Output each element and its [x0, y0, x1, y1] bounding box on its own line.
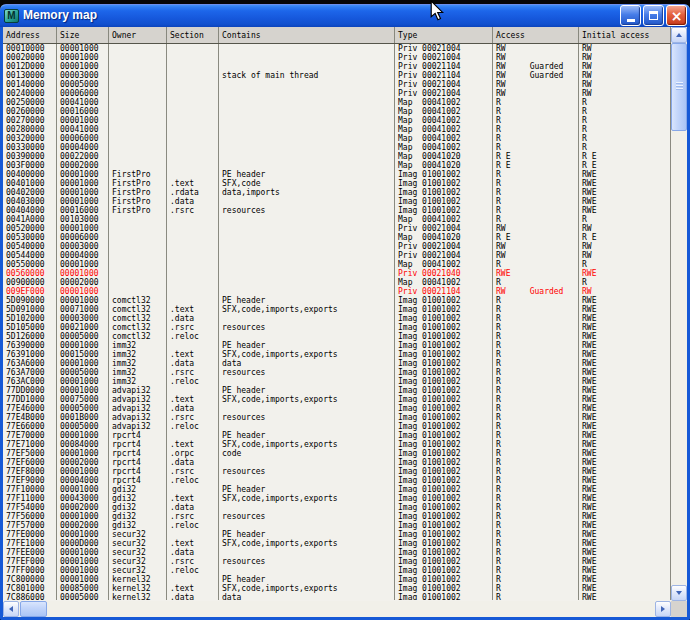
- table-row[interactable]: 0055000000001000Map 00041002RR: [3, 260, 671, 269]
- table-row[interactable]: 0053000000006000Map 00041020R ER E: [3, 233, 671, 242]
- table-row[interactable]: 77E7100000084000rpcrt4.textSFX,code,impo…: [3, 440, 671, 449]
- cell-contains: data: [219, 593, 395, 600]
- table-row[interactable]: 763AC00000001000imm32.relocImag 01001002…: [3, 377, 671, 386]
- table-row[interactable]: 77F1100000043000gdi32.textSFX,code,impor…: [3, 494, 671, 503]
- table-row[interactable]: 77EF600000002000rpcrt4.dataImag 01001002…: [3, 458, 671, 467]
- table-row[interactable]: 77F5600000001000gdi32.rsrcresourcesImag …: [3, 512, 671, 521]
- table-row[interactable]: 5D09000000001000comctl32PE headerImag 01…: [3, 296, 671, 305]
- close-button[interactable]: ×: [666, 5, 687, 26]
- table-row[interactable]: 7639000000001000imm32PE headerImag 01001…: [3, 341, 671, 350]
- table-row[interactable]: 77E7000000001000rpcrt4PE headerImag 0100…: [3, 431, 671, 440]
- horizontal-scrollbar[interactable]: [3, 601, 671, 617]
- table-row[interactable]: 0040400000016000FirstPro.rsrcresourcesIm…: [3, 206, 671, 215]
- table-row[interactable]: 77DD100000075000advapi32.textSFX,code,im…: [3, 395, 671, 404]
- cell-type: Imag 01001002: [395, 593, 493, 600]
- cell-section: [167, 260, 219, 269]
- table-row[interactable]: 0054000000003000Priv 00021004RWRW: [3, 242, 671, 251]
- table-row[interactable]: 77F5700000002000gdi32.relocImag 01001002…: [3, 521, 671, 530]
- column-header-owner[interactable]: Owner: [109, 27, 167, 43]
- table-row[interactable]: 77E6600000005000advapi32.relocImag 01001…: [3, 422, 671, 431]
- table-row[interactable]: 77FF000000001000secur32.relocImag 010010…: [3, 566, 671, 575]
- cell-type: Priv 00021040: [395, 269, 493, 278]
- cell-contains: [219, 548, 395, 557]
- table-row[interactable]: 7639100000015000imm32.textSFX,code,impor…: [3, 350, 671, 359]
- table-row[interactable]: 77F1000000001000gdi32PE headerImag 01001…: [3, 485, 671, 494]
- table-row[interactable]: 0032000000006000Map 00041002RR: [3, 134, 671, 143]
- vertical-scroll-track[interactable]: [671, 43, 687, 585]
- table-row[interactable]: 009EF00000001000Priv 00021104RW GuardedR…: [3, 287, 671, 296]
- table-row[interactable]: 77E4600000005000advapi32.dataImag 010010…: [3, 404, 671, 413]
- table-row[interactable]: 0001000000001000Priv 00021004RWRW: [3, 44, 671, 53]
- table-row[interactable]: 0040100000001000FirstPro.textSFX,codeIma…: [3, 179, 671, 188]
- table-row[interactable]: 77FEE00000001000secur32.dataImag 0100100…: [3, 548, 671, 557]
- column-header-address[interactable]: Address: [3, 27, 57, 43]
- column-header-type[interactable]: Type: [395, 27, 493, 43]
- table-row[interactable]: 0027000000001000Map 00041002RR: [3, 116, 671, 125]
- table-row[interactable]: 0054400000004000Priv 00021004RWRW: [3, 251, 671, 260]
- horizontal-scroll-track[interactable]: [19, 601, 655, 617]
- table-row[interactable]: 0012D00000001000Priv 00021104RW GuardedR…: [3, 62, 671, 71]
- column-header-initial[interactable]: Initial access: [579, 27, 671, 43]
- scroll-left-button[interactable]: [3, 601, 19, 617]
- cell-access: R E: [493, 161, 579, 170]
- table-row[interactable]: 7C80100000085000kernel32.textSFX,code,im…: [3, 584, 671, 593]
- column-header-size[interactable]: Size: [57, 27, 109, 43]
- table-row[interactable]: 77FE10000000D000secur32.textSFX,code,imp…: [3, 539, 671, 548]
- table-row[interactable]: 0014000000005000Priv 00021004RWRW: [3, 80, 671, 89]
- table-row[interactable]: 763A700000005000imm32.rsrcresourcesImag …: [3, 368, 671, 377]
- table-row[interactable]: 77F5400000002000gdi32.dataImag 01001002R…: [3, 503, 671, 512]
- table-row[interactable]: 0041A00000103000Map 00041002RR: [3, 215, 671, 224]
- table-row[interactable]: 77EF500000001000rpcrt4.orpccodeImag 0100…: [3, 449, 671, 458]
- table-row[interactable]: 0033000000004000Map 00041002RR: [3, 143, 671, 152]
- table-row[interactable]: 5D10500000021000comctl32.rsrcresourcesIm…: [3, 323, 671, 332]
- table-row[interactable]: 0026000000016000Map 00041002RR: [3, 107, 671, 116]
- table-row[interactable]: 0013000000003000stack of main threadPriv…: [3, 71, 671, 80]
- cell-access: R: [493, 134, 579, 143]
- horizontal-scroll-thumb[interactable]: [20, 601, 47, 617]
- cell-initial: RWE: [579, 476, 671, 485]
- minimize-button[interactable]: [620, 5, 641, 26]
- cell-type: Map 00041020: [395, 161, 493, 170]
- cell-initial: RWE: [579, 395, 671, 404]
- table-row[interactable]: 0052000000001000Priv 00021004RWRW: [3, 224, 671, 233]
- scroll-right-button[interactable]: [655, 601, 671, 617]
- vertical-scrollbar[interactable]: [671, 27, 687, 601]
- cell-section: .rdata: [167, 188, 219, 197]
- table-row[interactable]: 7C80000000001000kernel32PE headerImag 01…: [3, 575, 671, 584]
- vertical-scroll-thumb[interactable]: [671, 43, 687, 131]
- table-row[interactable]: 003F000000002000Map 00041020R ER E: [3, 161, 671, 170]
- table-row[interactable]: 0056000000001000Priv 00021040RWERWE: [3, 269, 671, 278]
- table-row[interactable]: 0040300000001000FirstPro.dataImag 010010…: [3, 197, 671, 206]
- column-header-contains[interactable]: Contains: [219, 27, 395, 43]
- table-row[interactable]: 0039000000022000Map 00041020R ER E: [3, 152, 671, 161]
- table-row[interactable]: 763A600000001000imm32.datadataImag 01001…: [3, 359, 671, 368]
- table-row[interactable]: 5D10200000003000comctl32.dataImag 010010…: [3, 314, 671, 323]
- cell-access: R: [493, 107, 579, 116]
- table-row[interactable]: 0090000000002000Map 00041002RR: [3, 278, 671, 287]
- column-header-access[interactable]: Access: [493, 27, 579, 43]
- maximize-button[interactable]: [643, 5, 664, 26]
- scroll-down-button[interactable]: [671, 585, 687, 601]
- table-row[interactable]: 0028000000041000Map 00041002RR: [3, 125, 671, 134]
- table-row[interactable]: 7C88600000005000kernel32.datadataImag 01…: [3, 593, 671, 600]
- table-row[interactable]: 77DD000000001000advapi32PE headerImag 01…: [3, 386, 671, 395]
- scroll-up-button[interactable]: [671, 27, 687, 43]
- table-row[interactable]: 77EF900000004000rpcrt4.relocImag 0100100…: [3, 476, 671, 485]
- table-row[interactable]: 0040200000001000FirstPro.rdatadata,impor…: [3, 188, 671, 197]
- column-header-section[interactable]: Section: [167, 27, 219, 43]
- table-row[interactable]: 77EF800000001000rpcrt4.rsrcresourcesImag…: [3, 467, 671, 476]
- titlebar[interactable]: M Memory map ×: [0, 4, 690, 27]
- table-row[interactable]: 5D12600000005000comctl32.relocImag 01001…: [3, 332, 671, 341]
- table-row[interactable]: 0002000000001000Priv 00021004RWRW: [3, 53, 671, 62]
- table-row[interactable]: 5D09100000071000comctl32.textSFX,code,im…: [3, 305, 671, 314]
- table-row[interactable]: 0024000000006000Priv 00021004RWRW: [3, 89, 671, 98]
- table-row[interactable]: 77FEF00000001000secur32.rsrcresourcesIma…: [3, 557, 671, 566]
- table-row[interactable]: 0040000000001000FirstProPE headerImag 01…: [3, 170, 671, 179]
- cell-contains: [219, 53, 395, 62]
- table-row[interactable]: 77FE000000001000secur32PE headerImag 010…: [3, 530, 671, 539]
- cell-contains: [219, 260, 395, 269]
- cell-access: R: [493, 530, 579, 539]
- cell-size: 00071000: [57, 305, 109, 314]
- table-row[interactable]: 77E4B0000001B000advapi32.rsrcresourcesIm…: [3, 413, 671, 422]
- table-row[interactable]: 0025000000041000Map 00041002RR: [3, 98, 671, 107]
